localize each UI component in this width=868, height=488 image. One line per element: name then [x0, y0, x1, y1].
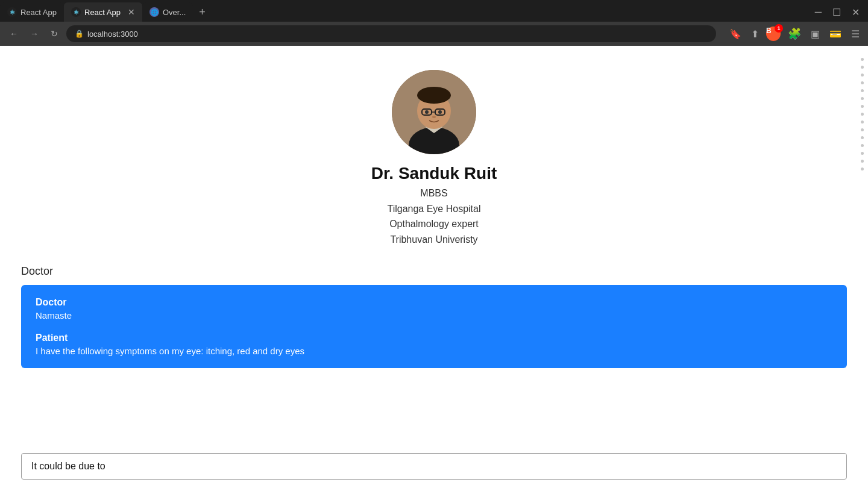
extensions-button[interactable]: 🧩	[785, 25, 804, 43]
chat-container: Doctor Namaste Patient I have the follow…	[21, 285, 847, 368]
tab-favicon-1: ⚛	[7, 7, 17, 17]
chat-entry-patient: Patient I have the following symptoms on…	[36, 333, 832, 356]
bookmark-button[interactable]: 🔖	[727, 26, 744, 42]
dot-12	[861, 144, 864, 147]
address-bar: ← → ↻ 🔒 localhost:3000 🔖 ⬆ B 1 🧩 ▣ 💳 ☰	[0, 22, 868, 46]
chat-message-doctor: Namaste	[36, 310, 832, 321]
window-close-button[interactable]: ✕	[847, 2, 864, 22]
dot-14	[861, 160, 864, 163]
lock-icon: 🔒	[75, 30, 84, 38]
dot-5	[861, 89, 864, 92]
svg-point-9	[438, 110, 442, 114]
reload-button[interactable]: ↻	[47, 27, 61, 41]
share-button[interactable]: ⬆	[749, 26, 761, 42]
doctor-profile: Dr. Sanduk Ruit MBBS Tilganga Eye Hospit…	[21, 58, 847, 265]
tab-favicon-3: 🌐	[149, 7, 159, 17]
toolbar-right: 🔖 ⬆ B 1 🧩 ▣ 💳 ☰	[727, 25, 862, 43]
wallet-button[interactable]: 💳	[827, 26, 844, 42]
doctor-avatar	[392, 70, 476, 154]
tab-close-2[interactable]: ✕	[128, 7, 135, 17]
spacer	[21, 380, 847, 428]
doctor-name: Dr. Sanduk Ruit	[371, 164, 497, 183]
tab-favicon-2: ⚛	[71, 7, 81, 17]
address-field[interactable]: 🔒 localhost:3000	[66, 25, 716, 42]
dots-decoration	[856, 46, 868, 488]
tab-bar: ⚛ React App ⚛ React App ✕ 🌐 Over... + ─ …	[0, 0, 868, 22]
dot-6	[861, 97, 864, 100]
notification-badge: 1	[775, 24, 783, 33]
dot-8	[861, 113, 864, 116]
tab-label-3: Over...	[163, 8, 186, 17]
browser-chrome: ⚛ React App ⚛ React App ✕ 🌐 Over... + ─ …	[0, 0, 868, 46]
doctor-info: MBBS Tilganga Eye Hospital Opthalmology …	[387, 186, 480, 247]
back-button[interactable]: ←	[6, 27, 22, 41]
svg-point-10	[432, 116, 436, 118]
address-text: localhost:3000	[87, 30, 138, 39]
avatar-svg	[392, 70, 476, 154]
dot-4	[861, 81, 864, 84]
dot-3	[861, 74, 864, 77]
dot-13	[861, 152, 864, 155]
menu-button[interactable]: ☰	[849, 26, 862, 42]
window-controls: ─ ☐ ✕	[810, 2, 868, 22]
chat-message-patient: I have the following symptoms on my eye:…	[36, 346, 832, 356]
new-tab-icon: +	[199, 6, 206, 19]
doctor-specialty: Opthalmology expert	[387, 216, 480, 232]
chat-speaker-doctor: Doctor	[36, 297, 832, 308]
window-minimize-button[interactable]: ─	[810, 2, 826, 22]
doctor-degree: MBBS	[387, 186, 480, 201]
dot-11	[861, 136, 864, 139]
doctor-university: Tribhuvan Univeristy	[387, 232, 480, 248]
svg-point-8	[425, 110, 429, 114]
doctor-hospital: Tilganga Eye Hospital	[387, 201, 480, 217]
chat-speaker-patient: Patient	[36, 333, 832, 343]
forward-button[interactable]: →	[27, 27, 42, 41]
dot-10	[861, 128, 864, 131]
tab-other[interactable]: 🌐 Over...	[142, 2, 193, 22]
input-area	[0, 447, 868, 488]
dot-2	[861, 66, 864, 69]
new-tab-button[interactable]: +	[193, 2, 212, 22]
tab-label-2: React App	[84, 8, 121, 17]
brave-button[interactable]: B 1	[766, 27, 781, 41]
dot-9	[861, 120, 864, 124]
dot-7	[861, 105, 864, 108]
svg-point-4	[417, 87, 451, 104]
sidebar-toggle[interactable]: ▣	[808, 26, 822, 42]
tab-react-app-1[interactable]: ⚛ React App	[0, 2, 64, 22]
dot-1	[861, 58, 864, 61]
tab-label-1: React App	[20, 8, 57, 17]
window-maximize-button[interactable]: ☐	[828, 2, 846, 22]
response-input[interactable]	[21, 453, 847, 480]
dot-15	[861, 167, 864, 170]
section-label: Doctor	[21, 265, 847, 278]
page-content: Dr. Sanduk Ruit MBBS Tilganga Eye Hospit…	[0, 46, 868, 488]
chat-entry-doctor: Doctor Namaste	[36, 297, 832, 321]
tab-react-app-2[interactable]: ⚛ React App ✕	[64, 2, 142, 22]
